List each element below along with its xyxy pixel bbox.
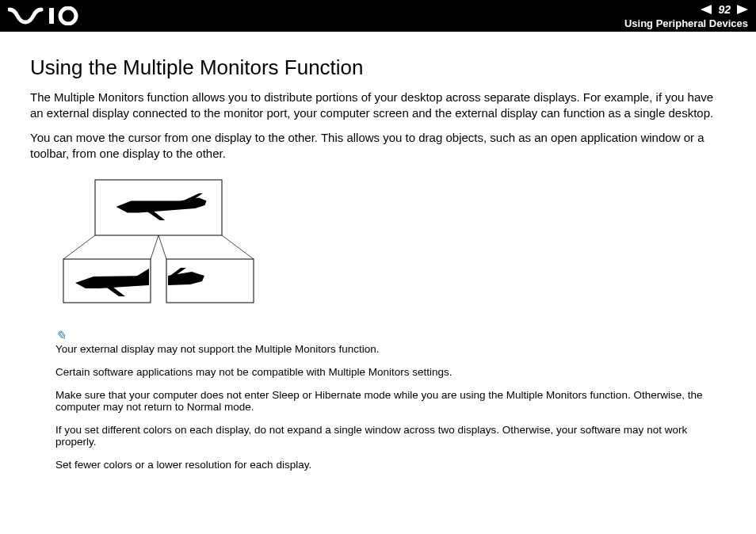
- svg-rect-0: [49, 8, 54, 24]
- section-name: Using Peripheral Devices: [624, 17, 748, 29]
- prev-page-arrow-icon[interactable]: [701, 5, 712, 14]
- note-pencil-icon: ✎: [55, 328, 726, 343]
- svg-line-4: [151, 235, 158, 259]
- paragraph: You can move the cursor from one display…: [30, 130, 726, 162]
- svg-line-5: [158, 235, 166, 259]
- note-text: Make sure that your computer does not en…: [55, 389, 726, 413]
- page-content: Using the Multiple Monitors Function The…: [0, 32, 756, 498]
- note-text: Your external display may not support th…: [55, 343, 726, 355]
- note-text: If you set different colors on each disp…: [55, 424, 726, 448]
- next-page-arrow-icon[interactable]: [737, 5, 748, 14]
- svg-line-6: [222, 235, 254, 259]
- header-right: 92 Using Peripheral Devices: [624, 3, 748, 29]
- svg-line-3: [63, 235, 95, 259]
- page-header: 92 Using Peripheral Devices: [0, 0, 756, 32]
- vaio-logo: [8, 6, 95, 25]
- note-text: Set fewer colors or a lower resolution f…: [55, 459, 726, 471]
- paragraph: The Multiple Monitors function allows yo…: [30, 90, 726, 122]
- page-number: 92: [718, 3, 731, 16]
- page-navigation: 92: [624, 3, 748, 16]
- multi-monitor-diagram: [55, 176, 726, 314]
- svg-point-1: [60, 8, 76, 24]
- note-section: Your external display may not support th…: [55, 343, 726, 471]
- note-text: Certain software applications may not be…: [55, 366, 726, 378]
- page-title: Using the Multiple Monitors Function: [30, 55, 726, 80]
